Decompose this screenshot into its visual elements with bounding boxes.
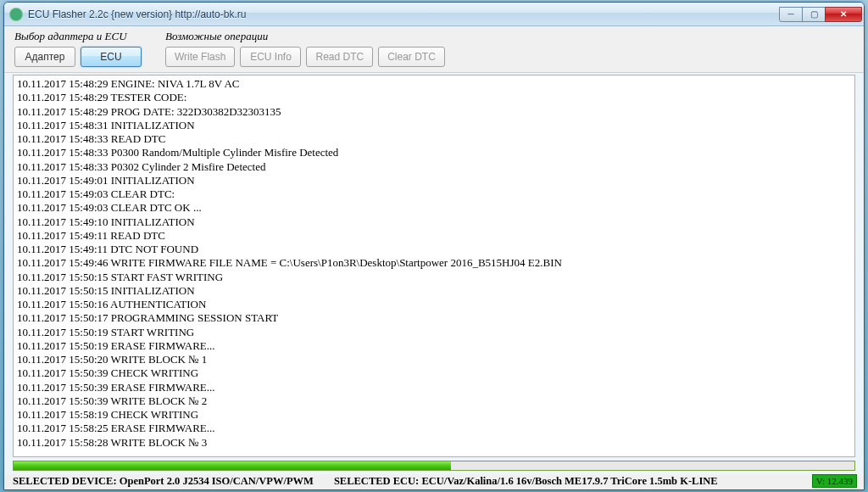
- maximize-icon: ▢: [810, 9, 818, 19]
- write-flash-button[interactable]: Write Flash: [165, 47, 235, 67]
- minimize-button[interactable]: ─: [779, 7, 803, 22]
- status-device: SELECTED DEVICE: OpenPort 2.0 J2534 ISO/…: [13, 475, 314, 488]
- operations-group-label: Возможные операции: [165, 30, 445, 43]
- status-ecu-value: ECU/Vaz/Kalina/1.6 16v/Bosch ME17.9.7 Tr…: [421, 475, 717, 487]
- status-device-value: OpenPort 2.0 J2534 ISO/CAN/VPW/PWM: [120, 475, 314, 487]
- log-line: 10.11.2017 15:48:31 INITIALIZATION: [17, 119, 851, 132]
- app-window: ECU Flasher 2.2c {new version} http://au…: [3, 2, 865, 490]
- log-line: 10.11.2017 15:50:20 WRITE BLOCK № 1: [17, 353, 851, 366]
- operations-button-row: Write Flash ECU Info Read DTC Clear DTC: [165, 47, 445, 67]
- clear-dtc-button[interactable]: Clear DTC: [378, 47, 445, 67]
- log-line: 10.11.2017 15:49:11 DTC NOT FOUND: [17, 243, 851, 256]
- log-line: 10.11.2017 15:48:29 PROG DATE: 322D30382…: [17, 105, 851, 119]
- status-device-label: SELECTED DEVICE:: [13, 475, 120, 487]
- log-line: 10.11.2017 15:49:03 CLEAR DTC OK ...: [17, 201, 851, 215]
- window-title: ECU Flasher 2.2c {new version} http://au…: [28, 8, 780, 20]
- ecu-button[interactable]: ECU: [81, 47, 142, 67]
- log-line: 10.11.2017 15:49:10 INITIALIZATION: [17, 215, 851, 229]
- status-ecu: SELECTED ECU: ECU/Vaz/Kalina/1.6 16v/Bos…: [334, 475, 718, 488]
- log-line: 10.11.2017 15:48:33 READ DTC: [17, 132, 851, 146]
- log-line: 10.11.2017 15:50:19 ERASE FIRMWARE...: [17, 339, 851, 353]
- log-line: 10.11.2017 15:50:15 INITIALIZATION: [17, 284, 851, 298]
- log-line: 10.11.2017 15:50:39 ERASE FIRMWARE...: [17, 381, 851, 394]
- minimize-icon: ─: [787, 9, 793, 19]
- log-line: 10.11.2017 15:50:39 CHECK WRITING: [17, 366, 851, 380]
- log-line: 10.11.2017 15:49:11 READ DTC: [17, 229, 851, 243]
- ecu-info-button[interactable]: ECU Info: [240, 47, 301, 67]
- log-line: 10.11.2017 15:49:01 INITIALIZATION: [17, 174, 851, 187]
- progress-row: [13, 461, 855, 472]
- log-line: 10.11.2017 15:48:33 P0300 Random/Multipl…: [17, 146, 851, 159]
- log-line: 10.11.2017 15:58:28 WRITE BLOCK № 3: [17, 436, 851, 450]
- progress-fill: [14, 461, 451, 470]
- titlebar[interactable]: ECU Flasher 2.2c {new version} http://au…: [4, 3, 864, 26]
- close-icon: ✕: [840, 9, 847, 19]
- log-line: 10.11.2017 15:48:29 ENGINE: NIVA 1.7L 8V…: [17, 77, 851, 91]
- log-line: 10.11.2017 15:48:33 P0302 Cylinder 2 Mis…: [17, 160, 851, 174]
- log-line: 10.11.2017 15:48:29 TESTER CODE:: [17, 91, 851, 104]
- status-ecu-label: SELECTED ECU:: [334, 475, 422, 487]
- log-line: 10.11.2017 15:50:17 PROGRAMMING SESSION …: [17, 311, 851, 325]
- log-output[interactable]: 10.11.2017 15:48:29 ENGINE: NIVA 1.7L 8V…: [13, 75, 855, 457]
- statusbar: SELECTED DEVICE: OpenPort 2.0 J2534 ISO/…: [4, 474, 864, 489]
- log-line: 10.11.2017 15:49:03 CLEAR DTC:: [17, 187, 851, 201]
- status-version: V: 12.439: [812, 474, 857, 488]
- window-controls: ─ ▢ ✕: [780, 7, 862, 22]
- read-dtc-button[interactable]: Read DTC: [306, 47, 373, 67]
- log-line: 10.11.2017 15:50:16 AUTHENTICATION: [17, 298, 851, 311]
- log-line: 10.11.2017 15:50:19 START WRITING: [17, 326, 851, 339]
- maximize-button[interactable]: ▢: [802, 7, 826, 22]
- log-line: 10.11.2017 15:58:19 CHECK WRITING: [17, 408, 851, 422]
- log-line: 10.11.2017 15:58:25 ERASE FIRMWARE...: [17, 422, 851, 435]
- close-button[interactable]: ✕: [825, 7, 862, 22]
- toolbar: Выбор адаптера и ECU Адаптер ECU Возможн…: [4, 26, 864, 73]
- adapter-button[interactable]: Адаптер: [14, 47, 75, 67]
- adapter-group: Выбор адаптера и ECU Адаптер ECU: [14, 30, 142, 67]
- log-line: 10.11.2017 15:50:15 START FAST WRITING: [17, 271, 851, 284]
- operations-group: Возможные операции Write Flash ECU Info …: [165, 30, 445, 67]
- log-line: 10.11.2017 15:50:39 WRITE BLOCK № 2: [17, 394, 851, 408]
- adapter-group-label: Выбор адаптера и ECU: [14, 30, 142, 43]
- app-icon: [9, 8, 23, 21]
- adapter-button-row: Адаптер ECU: [14, 47, 142, 67]
- log-line: 10.11.2017 15:49:46 WRITE FIRMWARE FILE …: [17, 256, 851, 270]
- progress-bar: [13, 461, 855, 471]
